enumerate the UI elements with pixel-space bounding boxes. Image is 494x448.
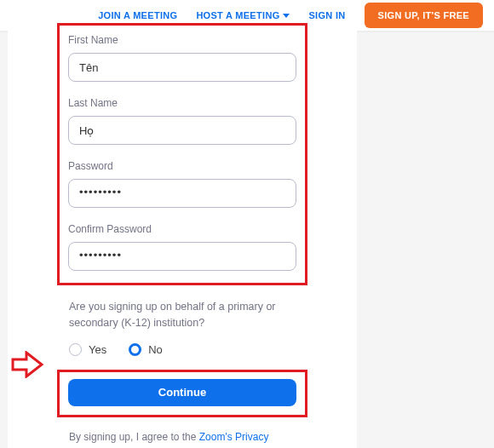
password-field: Password •••••••••: [68, 160, 296, 208]
k12-no-radio[interactable]: No: [129, 343, 163, 356]
continue-button[interactable]: Continue: [68, 379, 296, 406]
sign-in-link[interactable]: SIGN IN: [308, 10, 345, 20]
k12-question: Are you signing up on behalf of a primar…: [69, 299, 296, 331]
first-name-input[interactable]: [68, 53, 296, 82]
radio-icon: [69, 343, 82, 356]
last-name-label: Last Name: [68, 97, 296, 109]
confirm-password-input[interactable]: •••••••••: [68, 242, 296, 271]
legal-text: By signing up, I agree to the Zoom's Pri…: [69, 429, 296, 449]
last-name-field: Last Name: [68, 97, 296, 145]
first-name-field: First Name: [68, 34, 296, 82]
last-name-input[interactable]: [68, 116, 296, 145]
first-name-label: First Name: [68, 34, 296, 46]
confirm-password-field: Confirm Password •••••••••: [68, 223, 296, 271]
form-highlight-box: First Name Last Name Password ••••••••• …: [57, 23, 307, 285]
password-input[interactable]: •••••••••: [68, 179, 296, 208]
k12-no-label: No: [148, 343, 163, 356]
continue-highlight-box: Continue: [57, 370, 307, 417]
join-meeting-link[interactable]: JOIN A MEETING: [98, 10, 177, 20]
password-label: Password: [68, 160, 296, 172]
radio-selected-icon: [129, 343, 141, 356]
k12-yes-label: Yes: [89, 343, 106, 356]
chevron-down-icon: [283, 14, 290, 18]
k12-radio-group: Yes No: [69, 343, 296, 356]
k12-yes-radio[interactable]: Yes: [69, 343, 106, 356]
host-meeting-dropdown[interactable]: HOST A MEETING: [196, 10, 290, 20]
arrow-right-icon: [11, 351, 45, 378]
confirm-password-label: Confirm Password: [68, 223, 296, 235]
signup-card: First Name Last Name Password ••••••••• …: [8, 23, 357, 448]
legal-prefix: By signing up, I agree to the: [69, 431, 199, 443]
sign-up-button[interactable]: SIGN UP, IT'S FREE: [365, 3, 483, 28]
host-meeting-label: HOST A MEETING: [196, 10, 279, 20]
